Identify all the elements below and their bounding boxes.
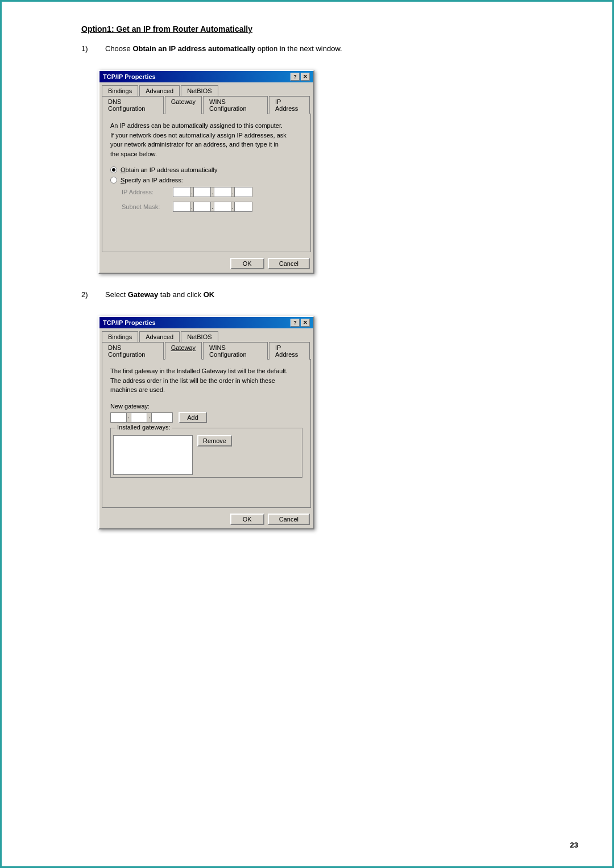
spacer1 — [110, 216, 302, 245]
section-title: Option1: Get an IP from Router Automatic… — [81, 24, 578, 34]
page-container: Option1: Get an IP from Router Automatic… — [0, 0, 614, 868]
tab2-advanced[interactable]: Advanced — [139, 331, 180, 342]
gw-seg1 — [111, 413, 127, 422]
gw-dot2: · — [147, 413, 152, 422]
step1-text-after: option in the next window. — [255, 44, 342, 53]
dialog1: TCP/IP Properties ? ✕ Bindings Advanced … — [98, 70, 314, 274]
remove-button[interactable]: Remove — [197, 435, 232, 446]
dialog2-titlebar-buttons: ? ✕ — [291, 319, 310, 327]
step2-text: Select Gateway tab and click OK — [105, 290, 214, 299]
radio2-label: Specify an IP address: — [121, 177, 183, 183]
sm-seg3 — [214, 202, 231, 211]
new-gateway-label: New gateway: — [110, 403, 302, 410]
subnet-mask-row: Subnet Mask: . . . — [122, 202, 302, 212]
dialog1-title: TCP/IP Properties — [103, 73, 156, 80]
dialog2-footer: OK Cancel — [99, 510, 313, 528]
step1: 1) Choose Obtain an IP address automatic… — [81, 44, 578, 53]
radio2-circle — [110, 177, 117, 183]
step2-bold-ok: OK — [204, 290, 215, 299]
dialog2-ok-btn[interactable]: OK — [230, 514, 264, 525]
dialog2-wrapper: TCP/IP Properties ? ✕ Bindings Advanced … — [98, 316, 578, 529]
ip-seg2 — [194, 187, 211, 197]
step2: 2) Select Gateway tab and click OK — [81, 290, 578, 299]
ip-address-row: IP Address: . . . — [122, 187, 302, 197]
dialog1-close-btn[interactable]: ✕ — [301, 73, 310, 81]
new-gateway-input[interactable]: · · — [110, 412, 173, 423]
tab1-advanced[interactable]: Advanced — [139, 85, 180, 96]
dialog2-description: The first gateway in the Installed Gatew… — [110, 366, 302, 395]
tab2-bindings[interactable]: Bindings — [102, 331, 138, 342]
dialog1-wrapper: TCP/IP Properties ? ✕ Bindings Advanced … — [98, 70, 578, 274]
tab1-netbios[interactable]: NetBIOS — [181, 85, 218, 96]
subnet-mask-input[interactable]: . . . — [173, 202, 252, 212]
tab2-dns[interactable]: DNS Configuration — [102, 342, 164, 360]
dialog2-title: TCP/IP Properties — [103, 319, 156, 326]
step2-text-middle: tab and click — [158, 290, 204, 299]
page-number: 23 — [570, 841, 578, 849]
dialog2-cancel-btn[interactable]: Cancel — [268, 514, 310, 525]
dialog2-titlebar: TCP/IP Properties ? ✕ — [99, 317, 313, 328]
dialog1-tab-row2: DNS Configuration Gateway WINS Configura… — [102, 95, 311, 114]
radio1-circle — [110, 166, 117, 173]
tab2-gateway[interactable]: Gateway — [165, 342, 202, 360]
sm-seg2 — [194, 202, 211, 211]
ip-address-label: IP Address: — [122, 189, 173, 195]
dialog2-help-btn[interactable]: ? — [291, 319, 300, 327]
remove-col: Remove — [197, 431, 232, 475]
step1-number: 1) — [81, 44, 95, 53]
step2-text-before: Select — [105, 290, 128, 299]
add-button[interactable]: Add — [179, 412, 207, 423]
step2-bold-gateway: Gateway — [128, 290, 158, 299]
dialog2: TCP/IP Properties ? ✕ Bindings Advanced … — [98, 316, 314, 529]
sm-seg1 — [173, 202, 190, 211]
tab2-netbios[interactable]: NetBIOS — [181, 331, 218, 342]
tab1-gateway[interactable]: Gateway — [165, 96, 202, 114]
radio1-label: Obtain an IP address automatically — [121, 166, 217, 173]
radio1-dot — [112, 168, 115, 172]
dialog2-tab-row1: Bindings Advanced NetBIOS — [102, 331, 311, 341]
sm-seg4 — [235, 202, 252, 211]
ip-address-input[interactable]: . . . — [173, 187, 252, 197]
tab1-bindings[interactable]: Bindings — [102, 85, 138, 96]
dialog2-close-btn[interactable]: ✕ — [301, 319, 310, 327]
tab1-wins[interactable]: WINS Configuration — [203, 96, 268, 114]
gw-seg2 — [131, 413, 147, 422]
dialog2-content: The first gateway in the Installed Gatew… — [102, 359, 311, 508]
dialog1-help-btn[interactable]: ? — [291, 73, 300, 81]
dialog1-ok-btn[interactable]: OK — [230, 258, 264, 269]
dialog1-titlebar: TCP/IP Properties ? ✕ — [99, 71, 313, 82]
gw-seg3 — [152, 413, 168, 422]
dialog1-cancel-btn[interactable]: Cancel — [268, 258, 310, 269]
radio1-option[interactable]: Obtain an IP address automatically — [110, 166, 302, 173]
tab1-ipaddress[interactable]: IP Address — [269, 96, 310, 114]
ip-seg1 — [173, 187, 190, 197]
dialog1-titlebar-buttons: ? ✕ — [291, 73, 310, 81]
gw-dot1: · — [127, 413, 131, 422]
dialog2-tabs: Bindings Advanced NetBIOS DNS Configurat… — [99, 328, 313, 359]
dialog1-content: An IP address can be automatically assig… — [102, 114, 311, 252]
spacer2 — [110, 478, 302, 500]
tab2-wins[interactable]: WINS Configuration — [203, 342, 268, 360]
tab2-ipaddress[interactable]: IP Address — [269, 342, 310, 360]
ip-seg3 — [214, 187, 231, 197]
tab1-dns[interactable]: DNS Configuration — [102, 96, 164, 114]
radio2-option[interactable]: Specify an IP address: — [110, 177, 302, 183]
installed-gateways-group: Installed gateways: Remove — [110, 428, 302, 478]
new-gateway-row: · · Add — [110, 412, 302, 423]
ip-seg4 — [235, 187, 252, 197]
step1-text-before: Choose — [105, 44, 132, 53]
step2-number: 2) — [81, 290, 95, 299]
step1-bold: Obtain an IP address automatically — [132, 44, 255, 53]
dialog1-footer: OK Cancel — [99, 254, 313, 273]
dialog2-tab-row2: DNS Configuration Gateway WINS Configura… — [102, 341, 311, 359]
installed-row: Remove — [113, 431, 300, 475]
subnet-mask-label: Subnet Mask: — [122, 203, 173, 210]
dialog1-description: An IP address can be automatically assig… — [110, 121, 302, 158]
installed-gateways-label: Installed gateways: — [115, 424, 172, 431]
dialog1-tabs: Bindings Advanced NetBIOS DNS Configurat… — [99, 82, 313, 114]
dialog1-tab-row1: Bindings Advanced NetBIOS — [102, 85, 311, 95]
step1-text: Choose Obtain an IP address automaticall… — [105, 44, 342, 53]
installed-list[interactable] — [113, 435, 193, 475]
